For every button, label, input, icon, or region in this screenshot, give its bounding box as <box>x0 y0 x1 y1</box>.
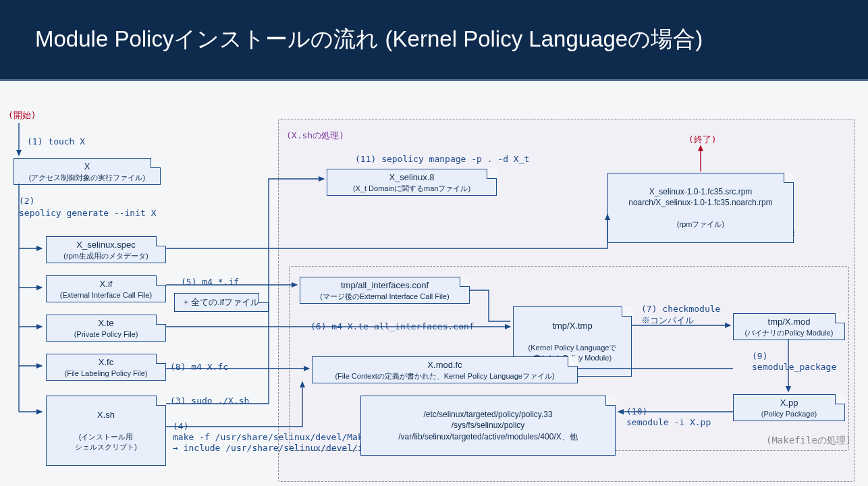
step-11: (11) sepolicy manpage -p . -d X_t <box>355 154 529 164</box>
node-if: X.if (External Interface Call File) <box>46 275 166 302</box>
node-sub: (File Labeling Policy File) <box>53 369 159 379</box>
node-sub: (X_t Domainに関するmanファイル) <box>334 184 489 194</box>
node-pp: X.pp (Policy Package) <box>733 394 845 421</box>
node-sub: (File Contextの定義が書かれた、Kernel Policy Lang… <box>319 371 570 381</box>
node-spec: X_selinux.spec (rpm生成用のメタデータ) <box>46 236 166 263</box>
node-man: X_selinux.8 (X_t Domainに関するmanファイル) <box>327 169 497 196</box>
node-sub: (Private Policy File) <box>53 329 159 340</box>
node-name: X <box>21 161 153 173</box>
step-9a: (9) <box>752 351 767 361</box>
step-8: (8) m4 X.fc <box>170 362 228 372</box>
node-rpm: X_selinux-1.0-1.fc35.src.rpm noarch/X_se… <box>607 173 794 243</box>
node-sub: (インストール用 シェルスクリプト) <box>53 432 159 452</box>
step-10a: (10) <box>626 406 647 416</box>
node-te: X.te (Private Policy File) <box>46 315 166 342</box>
step-2a: (2) <box>19 196 34 206</box>
step-7a: (7) checkmodule <box>641 304 720 314</box>
node-name: tmp/X.mod <box>740 316 838 328</box>
node-allif: tmp/all_interfaces.conf (マージ後のExternal I… <box>300 277 470 304</box>
xsh-label: (X.shの処理) <box>286 130 344 142</box>
diagram-canvas: (開始) (終了) (X.shの処理) (Makefileの処理) (1) to… <box>0 81 868 486</box>
node-modfc: X.mod.fc (File Contextの定義が書かれた、Kernel Po… <box>312 356 578 383</box>
node-name: X.mod.fc <box>319 359 570 371</box>
node-sub: (アクセス制御対象の実行ファイル) <box>21 173 153 183</box>
node-all-if-extra: + 全ての.ifファイル <box>174 293 269 312</box>
step-5: (5) m4 *.if <box>181 277 239 287</box>
node-x: X (アクセス制御対象の実行ファイル) <box>13 158 161 185</box>
node-name: + 全ての.ifファイル <box>179 296 264 308</box>
node-etc: /etc/selinux/targeted/policy/policy.33 /… <box>360 396 616 456</box>
node-sub: (rpmファイル) <box>615 219 786 230</box>
node-sub: (rpm生成用のメタデータ) <box>53 251 159 261</box>
node-mod: tmp/X.mod (バイナリのPolicy Module) <box>733 313 845 340</box>
node-sh: X.sh (インストール用 シェルスクリプト) <box>46 396 166 466</box>
step-1: (1) touch X <box>27 136 85 146</box>
node-name: tmp/X.tmp <box>520 320 624 332</box>
node-name: X_selinux.8 <box>334 171 489 184</box>
end-label: (終了) <box>688 134 717 146</box>
node-name: /etc/selinux/targeted/policy/policy.33 /… <box>368 409 608 442</box>
node-name: X.sh <box>53 409 159 421</box>
step-3: (3) sudo ./X.sh <box>170 396 249 406</box>
node-name: X.if <box>53 278 159 290</box>
node-name: X.fc <box>53 356 159 369</box>
step-4a: (4) <box>173 421 188 431</box>
step-6: (6) m4 X.te all_interfaces.conf <box>310 321 474 331</box>
slide-header: Module Policyインストールの流れ (Kernel Policy La… <box>0 0 868 81</box>
node-sub: (バイナリのPolicy Module) <box>740 328 838 338</box>
step-10b: semodule -i X.pp <box>626 417 711 427</box>
node-name: X.te <box>53 317 159 329</box>
node-fc: X.fc (File Labeling Policy File) <box>46 354 166 381</box>
makefile-label: (Makefileの処理) <box>766 435 851 447</box>
node-sub: (External Interface Call File) <box>53 290 159 300</box>
node-name: X_selinux.spec <box>53 239 159 251</box>
node-name: tmp/all_interfaces.conf <box>307 279 462 292</box>
node-sub: (Policy Package) <box>740 409 838 419</box>
node-name: X_selinux-1.0-1.fc35.src.rpm noarch/X_se… <box>615 186 786 208</box>
step-2b: sepolicy generate --init X <box>19 208 157 218</box>
step-9b: semodule_package <box>752 362 836 372</box>
step-7b: ※コンパイル <box>641 315 694 327</box>
node-name: X.pp <box>740 397 838 409</box>
node-sub: (マージ後のExternal Interface Call File) <box>307 292 462 302</box>
start-label: (開始) <box>8 109 36 122</box>
slide-title: Module Policyインストールの流れ (Kernel Policy La… <box>35 24 703 55</box>
